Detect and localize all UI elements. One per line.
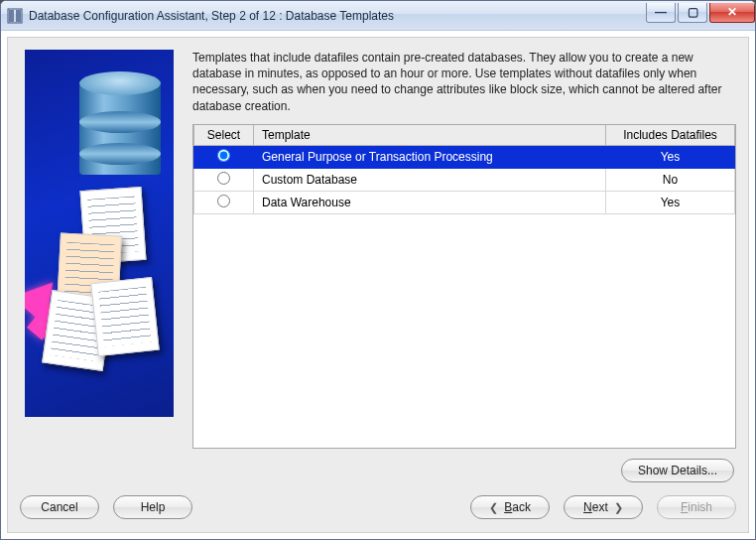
template-includes: Yes — [606, 145, 735, 168]
window-title: Database Configuration Assistant, Step 2… — [29, 9, 644, 23]
template-radio[interactable] — [217, 172, 230, 185]
template-includes: No — [606, 168, 735, 191]
template-name: General Purpose or Transaction Processin… — [254, 145, 606, 168]
template-radio[interactable] — [217, 149, 230, 162]
col-template: Template — [254, 125, 606, 146]
intro-text: Templates that include datafiles contain… — [192, 50, 736, 124]
template-name: Custom Database — [254, 168, 606, 191]
template-radio[interactable] — [217, 195, 230, 207]
col-includes: Includes Datafiles — [606, 125, 735, 146]
template-table: Select Template Includes Datafiles Gener… — [192, 124, 736, 449]
sidebar-illustration — [25, 50, 174, 417]
table-row[interactable]: Data Warehouse Yes — [194, 191, 735, 213]
app-icon — [7, 8, 23, 24]
minimize-button[interactable]: — — [646, 3, 676, 23]
table-row[interactable]: Custom Database No — [194, 168, 735, 191]
wizard-sidebar — [20, 50, 179, 482]
dbca-window: Database Configuration Assistant, Step 2… — [0, 0, 756, 540]
back-arrow-icon: ❮ — [489, 501, 504, 514]
show-details-button[interactable]: Show Details... — [621, 459, 734, 482]
maximize-button[interactable]: ▢ — [678, 3, 707, 23]
cancel-button[interactable]: Cancel — [20, 495, 99, 519]
help-button[interactable]: Help — [113, 495, 192, 519]
client-area: Templates that include datafiles contain… — [7, 37, 749, 533]
finish-button: Finish — [657, 495, 736, 519]
template-name: Data Warehouse — [254, 191, 606, 213]
template-includes: Yes — [606, 191, 735, 213]
col-select: Select — [194, 125, 254, 146]
back-button[interactable]: ❮ Back — [470, 495, 550, 519]
svg-rect-0 — [9, 10, 14, 22]
titlebar[interactable]: Database Configuration Assistant, Step 2… — [1, 1, 755, 31]
table-row[interactable]: General Purpose or Transaction Processin… — [194, 145, 735, 168]
wizard-buttons: Cancel Help ❮ Back Next ❯ Finish — [20, 492, 736, 522]
next-arrow-icon: ❯ — [608, 501, 623, 514]
close-button[interactable]: ✕ — [709, 3, 755, 23]
svg-rect-1 — [16, 10, 21, 22]
next-button[interactable]: Next ❯ — [564, 495, 643, 519]
